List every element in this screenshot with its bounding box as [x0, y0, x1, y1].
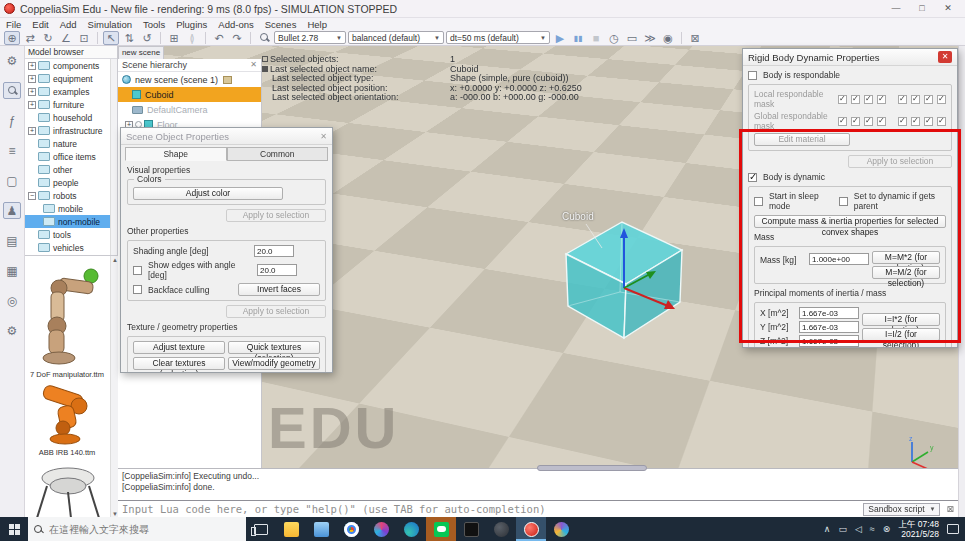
- expander-icon[interactable]: −: [28, 192, 36, 200]
- menu-file[interactable]: File: [6, 19, 21, 30]
- taskbar-search[interactable]: [28, 517, 246, 541]
- shape-edit-icon[interactable]: ▢: [3, 172, 21, 189]
- tray-network-icon[interactable]: ≈: [870, 524, 875, 534]
- hierarchy-item-cuboid[interactable]: Cuboid: [118, 87, 261, 102]
- respondable-mask-checkbox[interactable]: [898, 95, 907, 104]
- respondable-mask-checkbox[interactable]: [864, 95, 873, 104]
- respondable-mask-checkbox[interactable]: [937, 95, 946, 104]
- respondable-mask-checkbox[interactable]: [864, 117, 873, 126]
- tray-chevron-icon[interactable]: ∧: [824, 524, 831, 534]
- maximize-button[interactable]: □: [909, 0, 935, 17]
- respondable-mask-checkbox[interactable]: [924, 117, 933, 126]
- pmi-y-field[interactable]: [799, 321, 859, 333]
- model-tree-scrollbar[interactable]: [110, 59, 117, 255]
- tray-volume-icon[interactable]: ◁: [855, 524, 862, 534]
- model-folder-non-mobile[interactable]: non-mobile: [25, 215, 111, 228]
- tab-shape[interactable]: Shape: [125, 147, 227, 161]
- start-button[interactable]: [0, 517, 28, 541]
- chrome-button[interactable]: [336, 517, 366, 541]
- close-icon[interactable]: ✕: [250, 60, 257, 70]
- line-app-button[interactable]: [426, 517, 456, 541]
- respondable-mask-checkbox[interactable]: [911, 117, 920, 126]
- model-folder-nature[interactable]: nature: [25, 137, 111, 150]
- model-folder-examples[interactable]: +examples: [25, 85, 111, 98]
- model-thumbnail-7dof[interactable]: [29, 262, 107, 368]
- tray-device-icon[interactable]: ▭: [838, 524, 847, 534]
- respondable-mask-checkbox[interactable]: [838, 95, 847, 104]
- dialog-titlebar[interactable]: Scene Object Properties ✕: [121, 128, 332, 145]
- dynamics-toggle-icon[interactable]: ▭: [624, 31, 640, 45]
- model-folder-components[interactable]: +components: [25, 59, 111, 72]
- action-center-icon[interactable]: [947, 524, 959, 534]
- camera-pan-icon[interactable]: ⊕: [4, 31, 20, 45]
- paint3d-button[interactable]: [546, 517, 576, 541]
- menu-tools[interactable]: Tools: [143, 19, 165, 30]
- respondable-mask-checkbox[interactable]: [911, 95, 920, 104]
- sleep-mode-checkbox[interactable]: [754, 197, 763, 206]
- camera-tilt-icon[interactable]: ∠: [58, 31, 74, 45]
- menu-plugins[interactable]: Plugins: [176, 19, 207, 30]
- assemble-icon[interactable]: ⊞: [166, 31, 182, 45]
- model-thumbnail-delta[interactable]: [29, 462, 107, 517]
- model-folder-furniture[interactable]: +furniture: [25, 98, 111, 111]
- sticky-notes-button[interactable]: [306, 517, 336, 541]
- respondable-mask-checkbox[interactable]: [924, 95, 933, 104]
- clear-textures-button[interactable]: Clear textures (selection): [133, 357, 225, 370]
- tab-new-scene[interactable]: new scene: [118, 46, 164, 59]
- close-icon[interactable]: ✕: [938, 51, 952, 63]
- minimize-button[interactable]: —: [883, 0, 909, 17]
- model-folder-people[interactable]: people: [25, 176, 111, 189]
- page-selector-icon[interactable]: ⊠: [687, 31, 703, 45]
- mass-half-button[interactable]: M=M/2 (for selection): [872, 266, 940, 279]
- model-folder-office-items[interactable]: office items: [25, 150, 111, 163]
- redo-icon[interactable]: ↷: [229, 31, 245, 45]
- menu-scenes[interactable]: Scenes: [265, 19, 297, 30]
- globe-app-button[interactable]: [486, 517, 516, 541]
- mass-field[interactable]: [809, 253, 869, 265]
- search-input[interactable]: [49, 524, 219, 535]
- view-modify-geometry-button[interactable]: View/modify geometry: [228, 357, 320, 370]
- shading-angle-field[interactable]: [254, 245, 294, 257]
- respondable-mask-checkbox[interactable]: [877, 117, 886, 126]
- play-button[interactable]: ▶: [552, 31, 568, 45]
- dialog-titlebar[interactable]: Rigid Body Dynamic Properties ✕: [743, 49, 957, 66]
- model-folder-tools[interactable]: tools: [25, 228, 111, 241]
- menu-simulation[interactable]: Simulation: [88, 19, 132, 30]
- visibility-icon[interactable]: ◉: [660, 31, 676, 45]
- tray-status-icon[interactable]: ⊗: [883, 524, 891, 534]
- file-explorer-button[interactable]: [276, 517, 306, 541]
- video-recorder-icon[interactable]: ◎: [3, 292, 21, 309]
- expander-icon[interactable]: +: [28, 101, 36, 109]
- select-icon[interactable]: ↖: [103, 31, 119, 45]
- respondable-mask-checkbox[interactable]: [877, 95, 886, 104]
- taskbar-clock[interactable]: 上午 07:48 2021/5/28: [898, 519, 939, 539]
- script-target-dropdown[interactable]: Sandbox script▼: [863, 503, 940, 516]
- respondable-mask-checkbox[interactable]: [838, 117, 847, 126]
- model-folder-mobile[interactable]: mobile: [25, 202, 111, 215]
- terminal-button[interactable]: [456, 517, 486, 541]
- edge-button[interactable]: [396, 517, 426, 541]
- user-settings-icon[interactable]: ⚙: [3, 322, 21, 339]
- model-folder-other[interactable]: other: [25, 163, 111, 176]
- sim-speed-icon[interactable]: ≫: [642, 31, 658, 45]
- settings-icon[interactable]: ⚙: [3, 52, 21, 69]
- lua-input[interactable]: [122, 503, 863, 515]
- expander-icon[interactable]: +: [28, 88, 36, 96]
- body-dynamic-checkbox[interactable]: [748, 173, 757, 182]
- close-icon[interactable]: ✕: [320, 132, 327, 141]
- task-view-button[interactable]: [246, 517, 276, 541]
- show-edges-field[interactable]: [257, 264, 297, 276]
- respondable-mask-checkbox[interactable]: [937, 117, 946, 126]
- horizontal-scrollbar-thumb[interactable]: [537, 465, 647, 471]
- timestep-dropdown[interactable]: dt=50 ms (default)▼: [446, 31, 550, 44]
- layers-icon[interactable]: ▦: [3, 262, 21, 279]
- model-folder-infrastructure[interactable]: +infrastructure: [25, 124, 111, 137]
- script-icon[interactable]: ≡: [3, 142, 21, 159]
- model-thumbnail-abb[interactable]: [29, 384, 107, 446]
- model-folder-household[interactable]: household: [25, 111, 111, 124]
- inertia-double-button[interactable]: I=I*2 (for selection): [862, 313, 940, 326]
- collections-icon[interactable]: ▤: [3, 232, 21, 249]
- invert-faces-button[interactable]: Invert faces: [238, 283, 320, 296]
- undo-icon[interactable]: ↶: [211, 31, 227, 45]
- respondable-mask-checkbox[interactable]: [851, 95, 860, 104]
